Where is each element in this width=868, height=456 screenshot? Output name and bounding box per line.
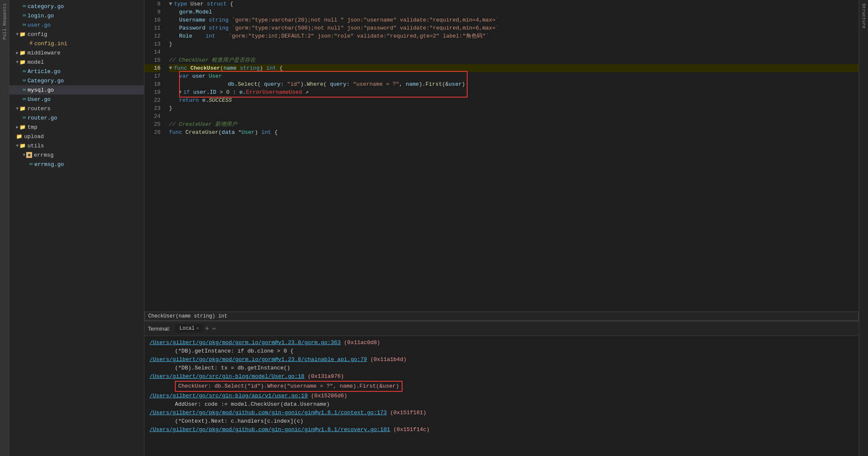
- add-terminal-button[interactable]: +: [205, 325, 209, 332]
- close-icon[interactable]: ×: [196, 326, 199, 331]
- sidebar-item-article-go[interactable]: ∞ Article.go: [9, 67, 144, 76]
- folder-icon: 📁: [19, 143, 26, 149]
- sidebar-item-label: utils: [27, 143, 44, 149]
- sidebar-item-label: Category.go: [27, 78, 64, 84]
- go-file-icon: ∞: [23, 115, 26, 121]
- terminal-line: /Users/gilbert/go/pkg/mod/github.com/gin…: [150, 409, 854, 417]
- terminal-tab-local[interactable]: Local ×: [175, 324, 204, 333]
- terminal-line: /Users/gilbert/go/pkg/mod/gorm.io/gorm@v…: [150, 356, 854, 364]
- file-tree: ∞ category.go ∞ login.go ∞ user.go ▼ 📁 c…: [9, 0, 144, 456]
- sidebar-item-label: user.go: [27, 22, 51, 28]
- terminal-content: /Users/gilbert/go/pkg/mod/gorm.io/gorm@v…: [144, 336, 859, 456]
- terminal-line: (*Context).Next: c.handlers[c.index](c): [150, 417, 854, 426]
- folder-icon: 📁: [19, 106, 26, 112]
- chevron-icon: ▼: [16, 144, 19, 148]
- terminal-line: (*DB).getInstance: if db.clone > 0 {: [150, 347, 854, 356]
- terminal-panel: Terminal: Local × + ✂ /Users/gilbert/go/…: [144, 321, 859, 456]
- sidebar-item-label: Article.go: [27, 68, 60, 75]
- sidebar-item-middleware[interactable]: ▶ 📁 middleware: [9, 48, 144, 57]
- terminal-link[interactable]: /Users/gilbert/go/pkg/mod/github.com/gin…: [150, 426, 390, 433]
- terminal-link[interactable]: /Users/gilbert/go/src/gin-blog/model/Use…: [150, 373, 305, 380]
- code-line-25: // CreateUser 新增用户: [169, 120, 859, 128]
- terminal-addr: (0x151f161): [390, 410, 427, 416]
- folder-icon: 📁: [19, 31, 26, 38]
- terminal-link[interactable]: /Users/gilbert/go/pkg/mod/gorm.io/gorm@v…: [150, 356, 367, 363]
- sidebar-item-login-go[interactable]: ∞ login.go: [9, 11, 144, 20]
- folder-icon: 📁: [19, 50, 26, 56]
- terminal-link[interactable]: /Users/gilbert/go/src/gin-blog/api/v1/us…: [150, 393, 307, 399]
- code-line-9: gorm.Model: [169, 8, 859, 16]
- terminal-text: (*Context).Next: c.handlers[c.index](c): [175, 418, 303, 424]
- terminal-tab-label: Local: [180, 326, 195, 331]
- code-line-23: }: [169, 104, 859, 112]
- sidebar-item-user-go[interactable]: ∞ user.go: [9, 20, 144, 30]
- code-line-8: ▼ type User struct {: [169, 0, 859, 8]
- sidebar-item-category-go[interactable]: ∞ category.go: [9, 2, 144, 11]
- terminal-text: (*DB).Select: tx = db.getInstance(): [175, 365, 290, 371]
- go-file-icon: ∞: [23, 96, 26, 102]
- terminal-link[interactable]: /Users/gilbert/go/pkg/mod/gorm.io/gorm@v…: [150, 339, 340, 346]
- sidebar-item-utils[interactable]: ▼ 📁 utils: [9, 141, 144, 150]
- sidebar-item-label: mysql.go: [27, 87, 54, 93]
- terminal-line: /Users/gilbert/go/pkg/mod/github.com/gin…: [150, 426, 854, 434]
- sidebar-item-category-go2[interactable]: ∞ Category.go: [9, 76, 144, 85]
- sidebar-item-upload[interactable]: 📁 upload: [9, 132, 144, 141]
- chevron-icon: ▼: [16, 32, 19, 37]
- code-line-18: db.Select( query: "id").Where( query: "u…: [169, 80, 859, 88]
- ini-file-icon: #: [30, 41, 33, 46]
- go-file-icon: ∞: [23, 13, 26, 19]
- fold-arrow-small: ▼: [179, 88, 182, 96]
- terminal-link[interactable]: /Users/gilbert/go/pkg/mod/github.com/gin…: [150, 410, 387, 416]
- sidebar-item-label: errmsg: [34, 152, 54, 158]
- terminal-tabs-bar: Terminal: Local × + ✂: [144, 321, 859, 336]
- left-gutter: Pull Requests: [0, 0, 9, 456]
- chevron-icon: ▼: [16, 106, 19, 111]
- terminal-boxed-text: CheckUser: db.Select("id").Where("userna…: [175, 381, 403, 392]
- folder-icon: 📁: [19, 59, 26, 65]
- go-file-icon: ∞: [23, 68, 26, 74]
- terminal-line: /Users/gilbert/go/src/gin-blog/model/Use…: [150, 372, 854, 381]
- terminal-addr: (0x11ac0d8): [344, 339, 380, 346]
- line-numbers: 8 9 10 11 12 13 14 15 16 17 18 19 22 23 …: [144, 0, 166, 312]
- go-file-icon: ∞: [23, 87, 26, 93]
- structure-tab[interactable]: Structure: [860, 0, 867, 32]
- sidebar-item-label: category.go: [27, 3, 64, 10]
- sidebar-item-model[interactable]: ▼ 📁 model: [9, 57, 144, 67]
- terminal-addr: (0x15286d6): [311, 393, 347, 399]
- sidebar-item-label: upload: [24, 133, 44, 140]
- sidebar-item-label: routers: [27, 106, 51, 112]
- sidebar-item-routers[interactable]: ▼ 📁 routers: [9, 104, 144, 113]
- go-file-icon: ∞: [23, 22, 26, 28]
- sidebar-item-user-go2[interactable]: ∞ User.go: [9, 95, 144, 104]
- terminal-line: /Users/gilbert/go/src/gin-blog/api/v1/us…: [150, 392, 854, 400]
- code-line-19: ▼ if user.ID > 0 : e.ErrorUsernameUsed ↗: [169, 88, 859, 96]
- sidebar-item-tmp[interactable]: ▶ 📁 tmp: [9, 122, 144, 132]
- code-line-14: [169, 48, 859, 56]
- sidebar-item-errmsg[interactable]: ▼ ■ errmsg: [9, 150, 144, 160]
- sidebar-item-mysql-go[interactable]: ∞ mysql.go: [9, 85, 144, 95]
- sidebar-item-label: login.go: [27, 13, 54, 19]
- sidebar-item-router-go[interactable]: ∞ router.go: [9, 113, 144, 122]
- sidebar-item-errmsg-go[interactable]: ∞ errmsg.go: [9, 160, 144, 169]
- code-line-12: Role int `gorm:"type:int;DEFAULT:2" json…: [169, 32, 859, 40]
- sidebar-item-config[interactable]: ▼ 📁 config: [9, 30, 144, 39]
- code-content[interactable]: ▼ type User struct { gorm.Model Username…: [166, 0, 859, 312]
- terminal-line-boxed: CheckUser: db.Select("id").Where("userna…: [150, 381, 854, 392]
- terminal-line: (*DB).Select: tx = db.getInstance(): [150, 364, 854, 372]
- tooltip-text: CheckUser(name string) int: [148, 313, 227, 319]
- sidebar-item-label: errmsg.go: [34, 161, 64, 168]
- code-line-26: func CreateUser(data *User) int {: [169, 128, 859, 136]
- sidebar-item-label: tmp: [27, 124, 37, 130]
- code-line-10: Username string `gorm:"type:varchar(20);…: [169, 16, 859, 24]
- chevron-icon: ▼: [16, 60, 19, 65]
- terminal-label: Terminal:: [148, 326, 170, 332]
- chevron-icon: ▼: [23, 153, 25, 157]
- terminal-text: AddUser: code := model.CheckUser(data.Us…: [175, 401, 330, 407]
- terminal-text: (*DB).getInstance: if db.clone > 0 {: [175, 348, 294, 354]
- sidebar-item-label: model: [27, 59, 44, 65]
- terminal-split-icon[interactable]: ✂: [212, 325, 216, 332]
- sidebar-item-config-ini[interactable]: # config.ini: [9, 39, 144, 48]
- terminal-line: AddUser: code := model.CheckUser(data.Us…: [150, 400, 854, 409]
- fold-arrow: ▼: [169, 0, 172, 8]
- pull-requests-tab[interactable]: Pull Requests: [1, 0, 8, 43]
